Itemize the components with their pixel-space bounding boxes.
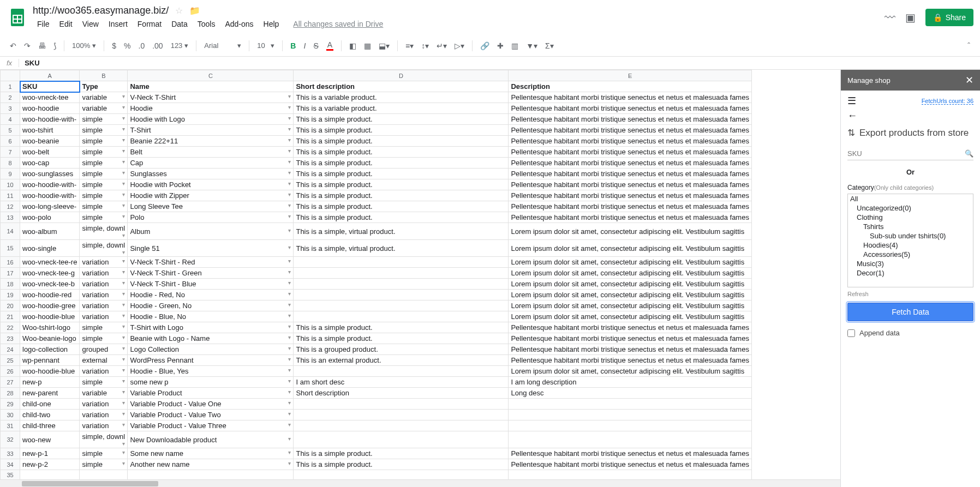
dropdown-arrow-icon[interactable]: ▾ <box>288 460 291 466</box>
cell-C22[interactable]: ▾T-Shirt with Logo <box>128 322 294 333</box>
sheets-logo[interactable] <box>7 7 28 28</box>
cell-D25[interactable]: This is an external product. <box>294 355 509 366</box>
row-header-33[interactable]: 33 <box>1 448 20 459</box>
cell-A2[interactable]: woo-vneck-tee <box>20 92 80 103</box>
dropdown-arrow-icon[interactable]: ▾ <box>288 280 291 286</box>
cell-B18[interactable]: variation▾ <box>80 279 128 290</box>
cell-B10[interactable]: simple▾ <box>80 179 128 190</box>
cell-A17[interactable]: woo-vneck-tee-g <box>20 268 80 279</box>
dropdown-arrow-icon[interactable]: ▾ <box>122 302 125 308</box>
cell-D9[interactable]: This is a simple product. <box>294 169 509 179</box>
font-size-dropdown[interactable]: 10 ▾ <box>254 39 278 52</box>
cell-E33[interactable]: Pellentesque habitant morbi tristique se… <box>509 448 751 459</box>
cell-C14[interactable]: ▾Album <box>128 223 294 240</box>
chart-button[interactable]: ▥ <box>508 39 522 52</box>
append-data-checkbox[interactable] <box>847 329 855 337</box>
cell-A21[interactable]: woo-hoodie-blue <box>20 311 80 322</box>
cell-A10[interactable]: woo-hoodie-with- <box>20 179 80 190</box>
cell-E29[interactable] <box>509 399 751 410</box>
dropdown-arrow-icon[interactable]: ▾ <box>122 213 125 219</box>
menu-addons[interactable]: Add-ons <box>220 17 258 31</box>
link-button[interactable]: 🔗 <box>477 39 493 52</box>
dropdown-arrow-icon[interactable]: ▾ <box>122 356 125 362</box>
cell-E13[interactable]: Pellentesque habitant morbi tristique se… <box>509 212 751 223</box>
menu-help[interactable]: Help <box>259 17 284 31</box>
row-header-24[interactable]: 24 <box>1 344 20 355</box>
cell-E2[interactable]: Pellentesque habitant morbi tristique se… <box>509 92 751 103</box>
cell-C19[interactable]: ▾Hoodie - Red, No <box>128 290 294 300</box>
cell-B2[interactable]: variable▾ <box>80 92 128 103</box>
cell-C23[interactable]: ▾Beanie with Logo - Name <box>128 333 294 344</box>
row-header-11[interactable]: 11 <box>1 190 20 201</box>
col-header-E[interactable]: E <box>509 70 751 81</box>
cell-B4[interactable]: simple▾ <box>80 114 128 125</box>
cell-E9[interactable]: Pellentesque habitant morbi tristique se… <box>509 169 751 179</box>
dropdown-arrow-icon[interactable]: ▾ <box>288 449 291 455</box>
col-header-A[interactable]: A <box>20 70 80 81</box>
cell-B6[interactable]: simple▾ <box>80 136 128 147</box>
cell-E4[interactable]: Pellentesque habitant morbi tristique se… <box>509 114 751 125</box>
cell-E28[interactable]: Long desc <box>509 388 751 399</box>
dropdown-arrow-icon[interactable]: ▾ <box>288 411 291 417</box>
cell-B9[interactable]: simple▾ <box>80 169 128 179</box>
cell-C16[interactable]: ▾V-Neck T-Shirt - Red <box>128 257 294 268</box>
cell-B17[interactable]: variation▾ <box>80 268 128 279</box>
dropdown-arrow-icon[interactable]: ▾ <box>122 291 125 297</box>
row-header-15[interactable]: 15 <box>1 240 20 257</box>
valign-button[interactable]: ↕▾ <box>418 39 432 52</box>
cell-B7[interactable]: simple▾ <box>80 147 128 158</box>
dropdown-arrow-icon[interactable]: ▾ <box>288 367 291 373</box>
cell-A28[interactable]: new-parent <box>20 388 80 399</box>
cell-D8[interactable]: This is a simple product. <box>294 158 509 169</box>
cell-C26[interactable]: ▾Hoodie - Blue, Yes <box>128 366 294 377</box>
cell-E10[interactable]: Pellentesque habitant morbi tristique se… <box>509 179 751 190</box>
dropdown-arrow-icon[interactable]: ▾ <box>288 93 291 99</box>
cell-C17[interactable]: ▾V-Neck T-Shirt - Green <box>128 268 294 279</box>
category-option[interactable]: Uncategorized(0) <box>848 203 973 213</box>
cell-C28[interactable]: ▾Variable Product <box>128 388 294 399</box>
cell-D29[interactable] <box>294 399 509 410</box>
cell-D13[interactable]: This is a simple product. <box>294 212 509 223</box>
dropdown-arrow-icon[interactable]: ▾ <box>122 441 125 447</box>
dropdown-arrow-icon[interactable]: ▾ <box>288 170 291 176</box>
cell-C10[interactable]: ▾Hoodie with Pocket <box>128 179 294 190</box>
row-header-23[interactable]: 23 <box>1 333 20 344</box>
category-option[interactable]: Sub-sub under tshirts(0) <box>848 231 973 241</box>
rotate-button[interactable]: ▷▾ <box>451 39 468 52</box>
dropdown-arrow-icon[interactable]: ▾ <box>288 400 291 406</box>
cell-A26[interactable]: woo-hoodie-blue <box>20 366 80 377</box>
row-header-12[interactable]: 12 <box>1 201 20 212</box>
cell-A14[interactable]: woo-album <box>20 223 80 240</box>
dropdown-arrow-icon[interactable]: ▾ <box>122 104 125 110</box>
cell-B25[interactable]: external▾ <box>80 355 128 366</box>
dropdown-arrow-icon[interactable]: ▾ <box>288 345 291 351</box>
dropdown-arrow-icon[interactable]: ▾ <box>288 159 291 165</box>
print-button[interactable]: 🖶 <box>35 39 49 52</box>
dropdown-arrow-icon[interactable]: ▾ <box>122 170 125 176</box>
cell-C25[interactable]: ▾WordPress Pennant <box>128 355 294 366</box>
cell-A8[interactable]: woo-cap <box>20 158 80 169</box>
row-header-22[interactable]: 22 <box>1 322 20 333</box>
cell-E18[interactable]: Lorem ipsum dolor sit amet, consectetur … <box>509 279 751 290</box>
cell-D2[interactable]: This is a variable product. <box>294 92 509 103</box>
dropdown-arrow-icon[interactable]: ▾ <box>288 312 291 318</box>
cell-E19[interactable]: Lorem ipsum dolor sit amet, consectetur … <box>509 290 751 300</box>
row-header-3[interactable]: 3 <box>1 103 20 114</box>
dropdown-arrow-icon[interactable]: ▾ <box>122 249 125 255</box>
cell-B28[interactable]: variable▾ <box>80 388 128 399</box>
cell-D19[interactable] <box>294 290 509 300</box>
dropdown-arrow-icon[interactable]: ▾ <box>288 334 291 340</box>
cell-D27[interactable]: I am short desc <box>294 377 509 388</box>
formula-value[interactable]: SKU <box>19 59 45 67</box>
cell-C33[interactable]: ▾Some new name <box>128 448 294 459</box>
dropdown-arrow-icon[interactable]: ▾ <box>288 202 291 208</box>
cell-C21[interactable]: ▾Hoodie - Blue, No <box>128 311 294 322</box>
dropdown-arrow-icon[interactable]: ▾ <box>122 148 125 154</box>
hamburger-icon[interactable]: ☰ <box>847 95 856 107</box>
number-format-dropdown[interactable]: 123▾ <box>168 39 192 52</box>
cell-C24[interactable]: ▾Logo Collection <box>128 344 294 355</box>
menu-view[interactable]: View <box>78 17 103 31</box>
cell-D6[interactable]: This is a simple product. <box>294 136 509 147</box>
cell-C6[interactable]: ▾Beanie 222+11 <box>128 136 294 147</box>
wrap-button[interactable]: ↵▾ <box>433 39 450 52</box>
